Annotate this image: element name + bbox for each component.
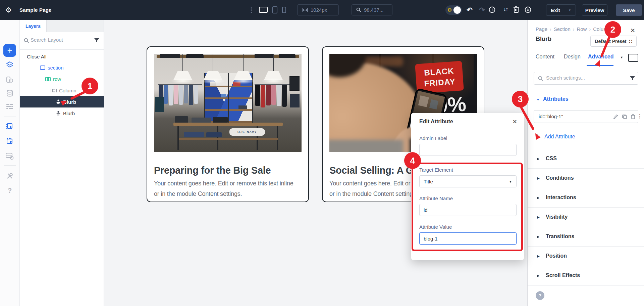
zoom-field[interactable]: 98.437... <box>352 4 392 15</box>
canvas-width-field[interactable]: 1024px <box>297 4 339 15</box>
undo-icon[interactable]: ↶ <box>465 6 474 14</box>
preset-icon: ∷ <box>629 38 632 44</box>
exit-button[interactable]: Exit ▼ <box>546 4 576 16</box>
attribute-value-label: Attribute Value <box>419 224 452 230</box>
chip-kebab-icon[interactable]: ⋮ <box>637 113 642 119</box>
annotation-badge-1: 1 <box>82 78 98 94</box>
tab-advanced[interactable]: Advanced <box>588 54 613 60</box>
breadcrumb-page[interactable]: Page <box>536 26 547 32</box>
portability-icon[interactable] <box>524 6 533 14</box>
preset-label: Default Preset <box>595 39 626 44</box>
click-mode-icon[interactable] <box>6 123 14 131</box>
save-button[interactable]: Save <box>616 4 642 16</box>
hover-mode-icon[interactable] <box>6 137 14 145</box>
builder-theme-toggle[interactable]: ⚙ <box>445 5 462 15</box>
page-settings-gear-icon[interactable]: ⚙ <box>5 6 12 14</box>
section-label: Conditions <box>546 175 574 181</box>
card2-title[interactable]: Social Selling: A Gu <box>329 165 419 176</box>
layer-row-blurb-selected[interactable]: Blurb <box>20 96 104 107</box>
attributes-section-header[interactable]: Attributes <box>543 96 569 102</box>
desktop-settings-view-icon[interactable] <box>628 54 638 62</box>
builder-options-kebab-icon[interactable]: ⋮ <box>248 6 254 14</box>
row-icon <box>45 77 51 81</box>
attribute-name-input[interactable] <box>419 204 517 216</box>
layer-label: Column <box>59 88 76 93</box>
modal-header: Edit Attribute ✕ <box>411 113 524 130</box>
filter-funnel-icon[interactable] <box>630 76 635 81</box>
caret-right-icon: ▶ <box>537 157 540 161</box>
page-modules-icon[interactable] <box>5 152 14 160</box>
settings-search-input[interactable] <box>546 75 620 81</box>
text-settings-icon[interactable] <box>6 103 14 110</box>
clothing-store-photo: U.S. NAVY <box>154 54 302 152</box>
delete-trash-icon[interactable] <box>631 114 636 119</box>
layer-row-section[interactable]: section <box>20 62 104 73</box>
section-interactions[interactable]: ▶ Interactions <box>528 188 644 207</box>
card1-title[interactable]: Preparing for the Big Sale <box>154 165 271 176</box>
crumb-separator: › <box>589 27 591 32</box>
modal-close-icon[interactable]: ✕ <box>513 118 517 125</box>
section-position[interactable]: ▶ Position <box>528 246 644 266</box>
target-element-select[interactable]: Title ▼ <box>419 175 517 187</box>
tabs-caret-icon[interactable]: ▼ <box>620 56 623 59</box>
section-label: Transitions <box>546 233 574 239</box>
phone-view-icon[interactable] <box>282 7 286 13</box>
canvas-width-value: 1024px <box>311 7 327 13</box>
exit-caret-icon[interactable]: ▼ <box>569 9 571 12</box>
page-title: Sample Page <box>19 7 52 13</box>
tab-layers[interactable]: Layers <box>20 20 47 32</box>
design-presets-icon[interactable] <box>6 76 14 84</box>
preview-button[interactable]: Preview <box>582 4 607 16</box>
layers-panel-icon[interactable] <box>6 61 14 69</box>
add-attribute-plus-icon[interactable]: + <box>536 132 540 140</box>
panel-close-icon[interactable]: ✕ <box>630 27 635 34</box>
layers-panel: Layers Close All section row Column B <box>20 20 104 306</box>
attribute-value-input[interactable] <box>419 232 517 245</box>
layer-row-blurb[interactable]: Blurb <box>20 107 104 119</box>
tab-design[interactable]: Design <box>564 54 581 60</box>
caret-right-icon: ▶ <box>537 176 540 180</box>
admin-label-input[interactable] <box>419 144 517 156</box>
layers-search-input[interactable] <box>31 37 91 43</box>
section-transitions[interactable]: ▶ Transitions <box>528 227 644 246</box>
history-clock-icon[interactable] <box>488 6 497 14</box>
tab-content[interactable]: Content <box>536 54 554 60</box>
add-module-button[interactable]: + <box>3 44 16 57</box>
card1-body-line1[interactable]: Your content goes here. Edit or remove t… <box>154 180 293 187</box>
tools-icon[interactable] <box>6 172 14 180</box>
caret-right-icon: ▶ <box>537 274 540 277</box>
search-icon <box>538 76 543 81</box>
black-friday-sign: BLACK FRIDAY <box>415 61 464 94</box>
section-label: Position <box>546 253 567 259</box>
section-conditions[interactable]: ▶ Conditions <box>528 168 644 188</box>
plus-icon: + <box>7 45 12 56</box>
navy-banner: U.S. NAVY <box>229 128 265 136</box>
help-icon[interactable]: ? <box>8 187 12 194</box>
close-all-link[interactable]: Close All <box>27 54 46 59</box>
edit-pencil-icon[interactable] <box>613 114 619 119</box>
breadcrumb-section[interactable]: Section <box>554 26 571 32</box>
copy-icon[interactable] <box>622 114 627 119</box>
section-scroll-effects[interactable]: ▶ Scroll Effects <box>528 266 644 285</box>
zoom-magnifier-icon <box>356 7 361 12</box>
card1-body-line2[interactable]: or in the module Content settings. <box>154 190 242 198</box>
attribute-chip[interactable]: id="blog-1" ⋮ <box>534 110 638 123</box>
sort-layers-icon[interactable]: ↓↑ <box>501 6 510 14</box>
badge-number: 4 <box>410 156 415 166</box>
dynamic-data-icon[interactable] <box>6 89 14 97</box>
add-attribute-link[interactable]: Add Attribute <box>544 134 575 140</box>
tablet-view-icon[interactable] <box>272 6 277 13</box>
blurb-card-1[interactable]: U.S. NAVY Preparing for the Big Sale You… <box>147 46 309 202</box>
section-visibility[interactable]: ▶ Visibility <box>528 207 644 227</box>
section-css[interactable]: ▶ CSS <box>528 149 644 168</box>
card2-body-line2[interactable]: or in the module Content settings. <box>329 190 417 198</box>
attributes-caret-icon[interactable]: ▼ <box>536 98 540 101</box>
redo-icon[interactable]: ↷ <box>478 6 486 14</box>
tabs-divider <box>528 66 644 66</box>
desktop-view-icon[interactable] <box>259 7 268 13</box>
panel-help-icon[interactable]: ? <box>536 291 544 300</box>
trash-icon[interactable] <box>513 6 522 14</box>
builder-icon-rail: + ? <box>0 20 20 306</box>
breadcrumb-row[interactable]: Row <box>577 26 587 32</box>
filter-funnel-icon[interactable] <box>94 38 99 43</box>
